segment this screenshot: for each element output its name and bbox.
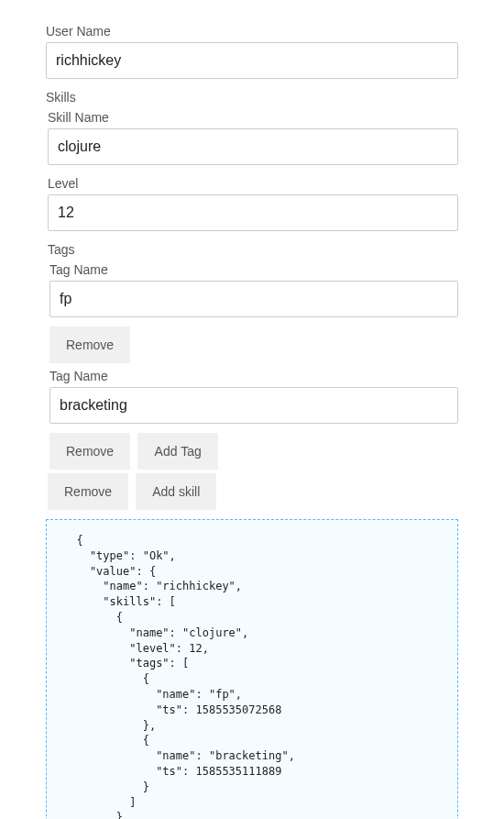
- user-name-input[interactable]: [46, 42, 458, 79]
- tag-name-input-0[interactable]: [49, 281, 458, 317]
- skill-level-input[interactable]: [48, 194, 458, 231]
- skill-name-input[interactable]: [48, 128, 458, 165]
- skill-name-label: Skill Name: [48, 110, 458, 125]
- tags-section-label: Tags: [48, 242, 458, 257]
- json-output-panel: { "type": "Ok", "value": { "name": "rich…: [46, 519, 458, 819]
- remove-tag-button-1[interactable]: Remove: [49, 433, 130, 470]
- remove-tag-button-0[interactable]: Remove: [49, 326, 130, 363]
- remove-skill-button[interactable]: Remove: [48, 473, 128, 510]
- tag-name-label-1: Tag Name: [49, 369, 458, 383]
- user-name-label: User Name: [46, 24, 458, 39]
- tag-name-label-0: Tag Name: [49, 262, 458, 277]
- add-skill-button[interactable]: Add skill: [136, 473, 216, 510]
- tag-name-input-1[interactable]: [49, 387, 458, 424]
- skills-section-label: Skills: [46, 90, 458, 105]
- add-tag-button[interactable]: Add Tag: [137, 433, 218, 470]
- skill-level-label: Level: [48, 176, 458, 191]
